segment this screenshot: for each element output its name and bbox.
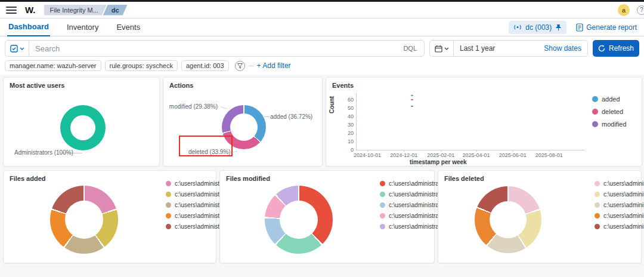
panel-events: Events Count 01020304050602024-10-012024… [326, 77, 642, 167]
legend-dot-icon [595, 213, 600, 218]
annotation-red-box [179, 136, 233, 156]
filter-pills: manager.name: wazuh-serverrule.groups: s… [5, 60, 229, 71]
legend-dot-icon [166, 224, 171, 229]
x-axis-tick: 2025-02-01 [427, 152, 454, 158]
time-range-label[interactable]: Last 1 year [454, 44, 501, 53]
donut-hole [280, 201, 318, 239]
files-deleted-donut[interactable] [475, 186, 541, 253]
breadcrumb-agent[interactable]: dc [103, 5, 128, 16]
legend-label: deleted [602, 108, 623, 115]
y-axis-tick: 10 [348, 138, 354, 144]
y-axis-tick: 50 [348, 105, 354, 111]
tab-inventory[interactable]: Inventory [66, 19, 100, 36]
panel-actions: Actions modified (29.38%) added (36.72%)… [163, 77, 323, 167]
files-modified-donut[interactable] [265, 186, 333, 254]
saved-query-icon [10, 45, 18, 53]
calendar-button[interactable] [430, 41, 454, 56]
legend-label: c:\users\administrat... [603, 180, 644, 187]
donut-callout: added (36.72%) [270, 113, 312, 120]
legend-label: c:\users\administrat... [389, 223, 445, 230]
tab-events[interactable]: Events [115, 19, 141, 36]
legend-label: c:\users\administrat... [389, 180, 445, 187]
refresh-label: Refresh [609, 44, 634, 53]
legend-label: c:\users\administrat... [389, 202, 445, 208]
y-axis-tick: 20 [348, 130, 354, 136]
panel-most-active-users: Most active users Administrators (100%) [3, 77, 160, 167]
donut-callout: Administrators (100%) [14, 149, 73, 156]
legend-label: c:\users\administrat... [603, 191, 644, 198]
legend-dot-icon [592, 121, 598, 127]
data-point-deleted[interactable] [411, 99, 413, 100]
legend-label: c:\users\administrat... [603, 202, 644, 208]
legend-item[interactable]: c:\users\administrat... [380, 191, 445, 198]
show-dates-link[interactable]: Show dates [544, 44, 587, 53]
legend-dot-icon [595, 224, 600, 229]
legend-label: c:\users\administrat... [603, 213, 644, 219]
legend-item[interactable]: added [592, 96, 627, 103]
x-axis-tick-mark [367, 150, 368, 152]
events-plot-area[interactable]: 01020304050602024-10-012024-12-012025-02… [356, 93, 585, 150]
legend-item[interactable]: c:\users\administrat... [595, 223, 644, 230]
refresh-icon [598, 45, 605, 52]
legend-item[interactable]: c:\users\administrat... [595, 202, 644, 208]
panel-files-deleted: Files deleted c:\users\administrat...c:\… [438, 170, 642, 263]
date-picker: Last 1 year Show dates [429, 40, 588, 57]
y-axis-tick: 40 [348, 113, 354, 119]
legend-item[interactable]: c:\users\administrat... [595, 180, 644, 187]
dashboard-content: Most active users Administrators (100%) … [0, 75, 644, 277]
legend-item[interactable]: c:\users\administrat... [380, 180, 445, 187]
legend-item[interactable]: c:\users\administrat... [380, 202, 445, 208]
x-axis-tick-mark [513, 150, 513, 152]
saved-queries-button[interactable] [5, 41, 29, 56]
wazuh-logo[interactable]: W. [25, 5, 36, 15]
filter-pill[interactable]: rule.groups: syscheck [105, 60, 178, 71]
search-input[interactable] [29, 44, 396, 53]
chevron-down-icon [20, 47, 24, 50]
query-bar: DQL Last 1 year Show dates Refresh [0, 36, 644, 59]
legend-dot-icon [592, 109, 598, 115]
data-point-modified[interactable] [411, 106, 413, 107]
legend-label: c:\users\administrat... [389, 213, 445, 219]
x-axis-tick: 2025-08-01 [535, 152, 563, 158]
x-axis-tick: 2025-04-01 [462, 152, 490, 158]
data-point-added[interactable] [411, 95, 413, 96]
x-axis-tick-mark [549, 150, 550, 152]
legend-item[interactable]: c:\users\administrat... [380, 223, 445, 230]
legend-item[interactable]: deleted [592, 108, 627, 115]
query-language-button[interactable]: DQL [396, 45, 424, 52]
tab-dashboard[interactable]: Dashboard [7, 19, 50, 36]
x-axis-label: timestamp per week [410, 159, 467, 165]
breadcrumb-app[interactable]: File Integrity M... [44, 5, 107, 16]
pinned-agent-pill[interactable]: dc (003) [509, 21, 566, 34]
legend-dot-icon [380, 192, 385, 197]
add-filter-button[interactable]: + Add filter [257, 61, 291, 70]
x-axis-tick-mark [476, 150, 477, 152]
legend-item[interactable]: c:\users\administrat... [595, 191, 644, 198]
filter-options-icon[interactable] [235, 61, 245, 71]
legend-item[interactable]: c:\users\administrat... [380, 213, 445, 219]
filter-pill[interactable]: manager.name: wazuh-server [5, 60, 101, 71]
y-axis-label: Count [329, 96, 335, 113]
refresh-button[interactable]: Refresh [593, 40, 639, 57]
signal-icon [513, 24, 522, 30]
help-icon[interactable]: ? [637, 5, 644, 15]
legend-dot-icon [592, 96, 598, 102]
filter-pill[interactable]: agent.id: 003 [181, 60, 229, 71]
legend-dot-icon [166, 202, 171, 208]
legend-item[interactable]: modified [592, 121, 627, 128]
files-modified-legend: c:\users\administrat...c:\users\administ… [380, 180, 445, 230]
y-axis-tick: 30 [348, 122, 354, 128]
legend-label: c:\users\administrat... [603, 223, 644, 230]
x-axis-tick: 2024-12-01 [390, 152, 417, 158]
legend-item[interactable]: c:\users\administrat... [595, 213, 644, 219]
filter-divider [249, 66, 253, 66]
hamburger-menu-icon[interactable] [6, 7, 17, 14]
panel-title: Events [326, 78, 642, 89]
files-deleted-legend: c:\users\administrat...c:\users\administ… [595, 180, 644, 230]
legend-label: modified [602, 121, 627, 128]
most-active-users-donut[interactable] [60, 105, 106, 150]
files-added-donut[interactable] [50, 186, 118, 254]
pin-icon[interactable] [555, 24, 562, 31]
generate-report-button[interactable]: Generate report [576, 23, 637, 32]
avatar[interactable]: a [618, 4, 630, 16]
